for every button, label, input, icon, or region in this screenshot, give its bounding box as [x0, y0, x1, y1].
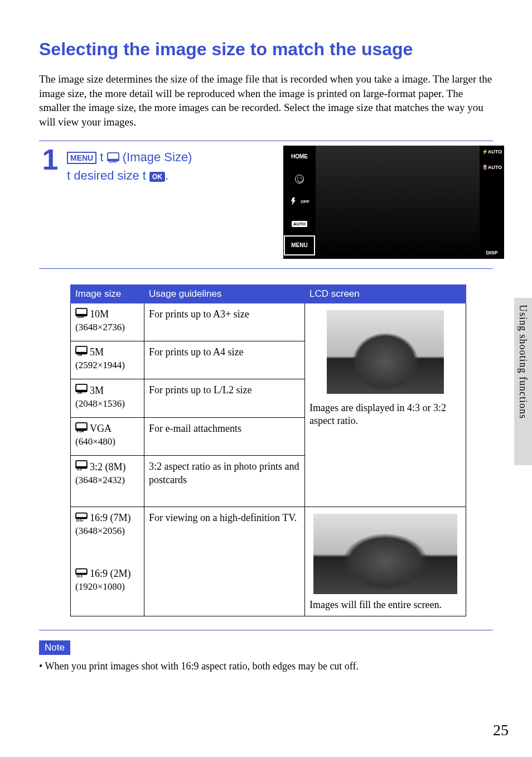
- size-res: (3648×2736): [75, 321, 139, 334]
- note-list: When you print images shot with 16:9 asp…: [39, 660, 493, 672]
- step-desired-size: desired size: [74, 168, 139, 182]
- lcd-flash-off-button[interactable]: OFF: [283, 190, 316, 213]
- svg-text:16:9+: 16:9+: [76, 519, 84, 522]
- step-label: (Image Size): [123, 150, 192, 164]
- svg-text:10M: 10M: [108, 159, 116, 163]
- svg-text:5M: 5M: [78, 353, 83, 356]
- lcd-auto-button[interactable]: AUTO: [283, 213, 316, 235]
- image-size-table: Image size Usage guidelines LCD screen 1…: [70, 285, 466, 617]
- sample-169-image: [313, 514, 457, 594]
- size-res: (640×480): [75, 436, 139, 448]
- size-3m-icon: 3M: [75, 384, 88, 397]
- step-section: 1 MENU t 10M (Image Size) t desired size…: [39, 141, 493, 269]
- step-number: 1: [39, 147, 61, 184]
- size-res: (2048×1536): [75, 398, 139, 410]
- lcd-caption-43: Images are displayed in 4:3 or 3:2 aspec…: [309, 402, 461, 428]
- page-title: Selecting the image size to match the us…: [39, 39, 493, 60]
- size-label: 16:9 (2M): [90, 567, 131, 580]
- th-lcd: LCD screen: [305, 285, 466, 303]
- size-res: (1920×1080): [75, 581, 139, 593]
- macro-auto-icon[interactable]: 🌷AUTO: [482, 165, 502, 170]
- camera-lcd-preview: HOME OFF AUTO MENU ⚡AUTO 🌷AUTO DISP: [283, 146, 504, 259]
- size-label: VGA: [90, 422, 112, 435]
- guide-text: For e-mail attachments: [149, 422, 300, 451]
- sample-43-image: [327, 310, 444, 394]
- ok-badge-icon: OK: [149, 172, 165, 182]
- size-label: 3:2 (8M): [90, 461, 126, 474]
- flash-off-label: OFF: [301, 199, 309, 204]
- arrow-icon: t: [67, 168, 70, 182]
- guide-text: 3:2 aspect ratio as in photo prints and …: [149, 460, 300, 502]
- menu-badge-icon: MENU: [67, 152, 96, 165]
- table-row: 16:9+ 16:9 (7M) (3648×2056) For viewing …: [71, 507, 466, 563]
- section-divider: [39, 630, 493, 630]
- size-label: 5M: [90, 346, 104, 359]
- lcd-smile-button[interactable]: [283, 168, 316, 190]
- smiley-icon: [295, 175, 304, 184]
- size-label: 10M: [90, 308, 109, 321]
- size-label: 3M: [90, 384, 104, 397]
- size-169plus-icon: 16:9+: [75, 512, 88, 525]
- guide-text: For viewing on a high-definition TV.: [149, 512, 297, 523]
- section-side-label: Using shooting functions: [517, 305, 529, 419]
- note-item: When you print images shot with 16:9 asp…: [39, 660, 493, 672]
- step-period: .: [165, 168, 168, 182]
- size-res: (2592×1944): [75, 359, 139, 372]
- arrow-icon: t: [100, 150, 103, 164]
- note-heading: Note: [39, 640, 70, 655]
- arrow-icon: t: [143, 168, 146, 182]
- svg-text:3:2: 3:2: [77, 467, 83, 470]
- step-instruction: MENU t 10M (Image Size) t desired size t…: [67, 147, 192, 184]
- size-label: 16:9 (7M): [90, 512, 131, 524]
- size-vga-icon: VGA: [75, 422, 88, 436]
- lcd-disp-button[interactable]: DISP: [486, 250, 497, 255]
- svg-text:10M: 10M: [77, 315, 84, 318]
- image-size-icon: 10M: [107, 151, 119, 168]
- guide-text: For prints up to A3+ size: [149, 308, 300, 336]
- page-number: 25: [493, 721, 509, 739]
- th-usage: Usage guidelines: [144, 285, 305, 303]
- svg-text:16:9: 16:9: [76, 575, 83, 577]
- size-res: (3648×2056): [75, 525, 139, 537]
- auto-badge: AUTO: [292, 221, 308, 227]
- lcd-viewport: [316, 146, 480, 259]
- svg-text:VGA: VGA: [76, 429, 84, 432]
- th-image-size: Image size: [71, 285, 144, 303]
- size-5m-icon: 5M: [75, 346, 88, 359]
- intro-text: The image size determines the size of th…: [39, 72, 493, 129]
- lcd-caption-169: Images will fill the entire screen.: [309, 599, 442, 611]
- size-res: (3648×2432): [75, 474, 139, 486]
- svg-text:3M: 3M: [78, 390, 83, 394]
- guide-text: For prints up to A4 size: [149, 346, 300, 374]
- flash-auto-icon[interactable]: ⚡AUTO: [482, 149, 502, 155]
- guide-text: For prints up to L/L2 size: [149, 384, 300, 412]
- size-10m-icon: 10M: [75, 308, 88, 321]
- table-row: 10M 10M (3648×2736) For prints up to A3+…: [71, 303, 466, 341]
- size-32-icon: 3:2: [75, 460, 88, 474]
- lcd-home-button[interactable]: HOME: [283, 146, 316, 168]
- lcd-menu-button[interactable]: MENU: [284, 235, 315, 255]
- size-169-icon: 16:9: [75, 567, 88, 581]
